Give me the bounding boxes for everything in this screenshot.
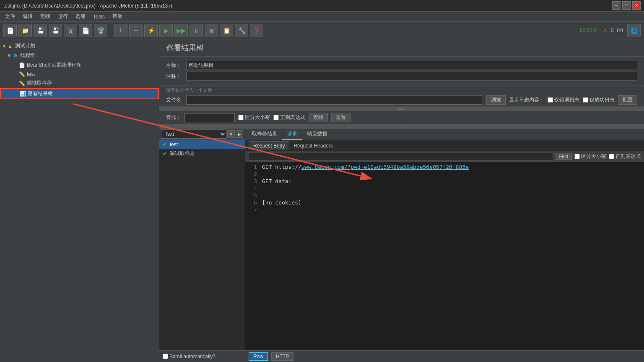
toolbar-right: 00:00:01 ⚠ 0 0/1 🌐 xyxy=(580,24,641,37)
tree-item-debug-sampler[interactable]: ✏️ 调试取样器 xyxy=(0,78,159,88)
test-icon: ✏️ xyxy=(18,71,25,77)
name-input[interactable] xyxy=(186,61,637,70)
results-case-check[interactable]: 区分大小写 xyxy=(574,153,606,160)
file-input[interactable] xyxy=(186,96,483,105)
result-label-test: test xyxy=(170,142,178,147)
warn-count: 0 xyxy=(611,28,614,34)
url-link[interactable]: www.baidu.com/?pwd=e10adc3949ba59abbe56e… xyxy=(301,164,469,170)
toolbar-remove[interactable]: − xyxy=(129,24,143,37)
minimize-button[interactable]: ─ xyxy=(612,1,621,10)
tree-area: ▼ ▲ 测试计划 ▼ ⚙ 线程组 📄 BeanShell 后置处理程序 ✏️ t… xyxy=(0,39,159,362)
results-regex-checkbox[interactable] xyxy=(609,154,614,159)
line-num-3: 3 xyxy=(245,178,262,184)
regex-checkbox[interactable] xyxy=(273,115,279,120)
code-line-6: 6 [no cookies] xyxy=(245,199,644,206)
tab-request[interactable]: 请求 xyxy=(282,129,302,140)
menu-edit[interactable]: 编辑 xyxy=(19,12,36,21)
code-area: 1 GET https://www.baidu.com/?pwd=e10adc3… xyxy=(245,162,644,350)
tab-sampler-result[interactable]: 取样器结果 xyxy=(247,129,282,140)
toolbar-new[interactable]: 📄 xyxy=(3,24,17,37)
result-item-test[interactable]: ✔ test xyxy=(159,140,245,149)
tree-item-thread-group[interactable]: ▼ ⚙ 线程组 xyxy=(0,51,159,60)
results-area: Text ▼ ▶ ✔ test ✔ 调试取样器 xyxy=(159,129,644,362)
divider-1[interactable]: ≡≡≡≡ xyxy=(159,107,644,111)
log-label: 显示日志内容： xyxy=(509,96,544,103)
scroll-auto-check[interactable]: Scroll automatically? xyxy=(163,354,216,359)
tree-item-beanshell[interactable]: 📄 BeanShell 后置处理程序 xyxy=(0,60,159,70)
test-plan-icon: ▲ xyxy=(7,43,13,49)
tree-item-view-results[interactable]: 📊 察看结果树 xyxy=(0,88,159,99)
regex-check[interactable]: 正则表达式 xyxy=(273,114,305,121)
case-sensitive-check[interactable]: 区分大小写 xyxy=(238,114,270,121)
toolbar-stop[interactable]: ⏸ xyxy=(190,24,203,37)
divider-handle-2: ≡≡≡≡ xyxy=(398,125,406,129)
menu-run[interactable]: 运行 xyxy=(55,12,71,21)
find-button[interactable]: 查找 xyxy=(309,113,328,122)
toolbar-save-as[interactable]: 💾 xyxy=(49,24,62,37)
menu-tools[interactable]: Tools xyxy=(90,13,108,21)
error-log-check[interactable]: 仅错误日志 xyxy=(548,96,579,103)
browse-button[interactable]: 浏览 xyxy=(486,95,506,105)
timer: 00:00:01 xyxy=(580,28,600,34)
results-find-input[interactable] xyxy=(249,152,553,160)
menu-options[interactable]: 选项 xyxy=(72,12,89,21)
debug-icon: ✏️ xyxy=(18,80,25,86)
tree-item-test-plan[interactable]: ▼ ▲ 测试计划 xyxy=(0,41,159,51)
toolbar-remote[interactable]: 🌐 xyxy=(627,24,641,37)
menu-bar: 文件 编辑 查找 运行 选项 Tools 帮助 xyxy=(0,12,644,22)
line-num-5: 5 xyxy=(245,192,262,199)
results-regex-check[interactable]: 正则表达式 xyxy=(609,153,641,160)
tab-response-data[interactable]: 响应数据 xyxy=(302,129,332,140)
toolbar-clear[interactable]: ⚡ xyxy=(144,24,158,37)
sub-tab-request-headers[interactable]: Request Headers xyxy=(289,142,337,150)
line-num-2: 2 xyxy=(245,171,262,177)
menu-file[interactable]: 文件 xyxy=(2,12,18,21)
results-case-checkbox[interactable] xyxy=(574,154,580,159)
raw-btn[interactable]: Raw xyxy=(249,352,268,361)
success-log-checkbox[interactable] xyxy=(583,97,588,103)
sub-tab-request-body[interactable]: Request Body xyxy=(249,141,289,150)
toolbar-templates[interactable]: 📋 xyxy=(220,24,233,37)
toolbar-run-no-pause[interactable]: ▶▶ xyxy=(174,24,188,37)
error-log-checkbox[interactable] xyxy=(548,97,553,103)
case-sensitive-checkbox[interactable] xyxy=(238,115,244,120)
toolbar-save[interactable]: 💾 xyxy=(34,24,47,37)
toolbar-add[interactable]: + xyxy=(114,24,127,37)
divider-2[interactable]: ≡≡≡≡ xyxy=(159,124,644,129)
comment-input[interactable] xyxy=(186,72,637,81)
title-text: test.jmx (D:\Users\User\Desktop\test.jmx… xyxy=(3,3,641,9)
left-bottom: Scroll automatically? xyxy=(159,350,245,362)
menu-help[interactable]: 帮助 xyxy=(109,12,126,21)
tree-item-test[interactable]: ✏️ test xyxy=(0,70,159,78)
close-button[interactable]: ✕ xyxy=(632,1,641,10)
http-btn[interactable]: HTTP xyxy=(271,352,293,361)
search-input[interactable] xyxy=(184,113,235,122)
log-options: 显示日志内容： 仅错误日志 仅成功日志 配置 xyxy=(509,95,637,105)
result-item-debug[interactable]: ✔ 调试取样器 xyxy=(159,149,245,158)
toolbar-shutdown[interactable]: ⏹ xyxy=(205,24,218,37)
title-bar: test.jmx (D:\Users\User\Desktop\test.jmx… xyxy=(0,0,644,12)
success-log-check[interactable]: 仅成功日志 xyxy=(583,96,615,103)
toolbar-help[interactable]: ❓ xyxy=(250,24,263,37)
scroll-auto-checkbox[interactable] xyxy=(163,354,168,359)
results-dropdown[interactable]: Text xyxy=(161,129,226,139)
menu-find[interactable]: 查找 xyxy=(37,12,54,21)
results-find-btn[interactable]: Find xyxy=(556,153,572,160)
expand-btn[interactable]: ▼ xyxy=(227,130,235,138)
file-name-label: 文件名 xyxy=(166,96,183,103)
reset-button[interactable]: 重置 xyxy=(331,113,351,122)
warn-icon: ⚠ xyxy=(603,28,608,34)
results-list: ✔ test ✔ 调试取样器 xyxy=(159,140,245,350)
toolbar-config[interactable]: 🔧 xyxy=(235,24,248,37)
maximize-button[interactable]: □ xyxy=(622,1,631,10)
right-arrow-btn[interactable]: ▶ xyxy=(236,130,243,138)
toolbar-run[interactable]: ▶ xyxy=(159,24,173,37)
file-section: 所有数据写入一个文件 文件名 浏览 显示日志内容： 仅错误日志 仅成功日志 配置 xyxy=(159,85,644,107)
toolbar-open[interactable]: 📁 xyxy=(18,24,32,37)
tree-label-debug: 调试取样器 xyxy=(27,80,52,87)
toolbar-copy[interactable]: 📄 xyxy=(79,24,92,37)
toolbar-delete[interactable]: 🗑️ xyxy=(94,24,107,37)
main-layout: ▼ ▲ 测试计划 ▼ ⚙ 线程组 📄 BeanShell 后置处理程序 ✏️ t… xyxy=(0,39,644,362)
config-button[interactable]: 配置 xyxy=(618,95,637,105)
toolbar-cut[interactable]: ✂️ xyxy=(64,24,77,37)
